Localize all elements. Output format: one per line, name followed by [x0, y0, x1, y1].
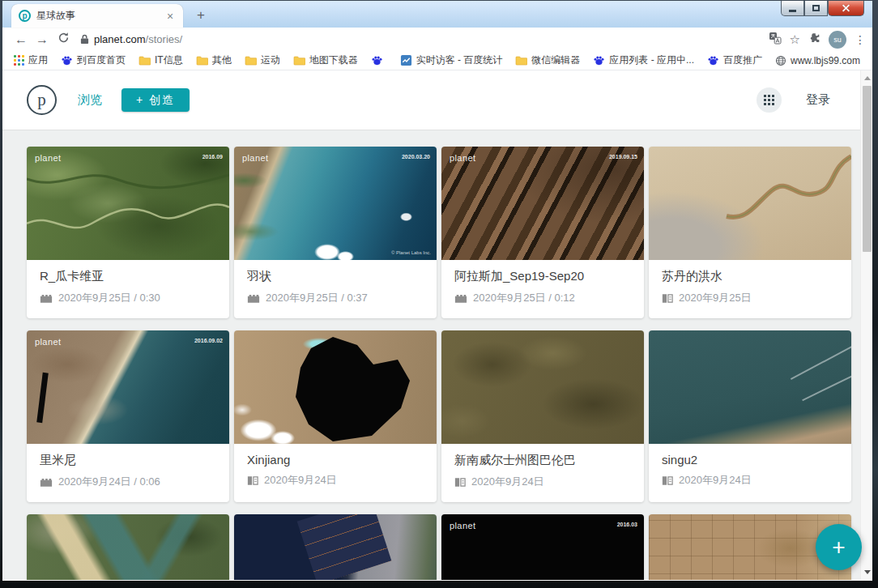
- back-icon[interactable]: ←: [11, 32, 32, 47]
- story-card[interactable]: 新南威尔士州图巴伦巴 2020年9月24日: [441, 330, 644, 502]
- story-thumbnail: [441, 330, 644, 444]
- image-date-overlay: 2019.09.15: [609, 154, 637, 160]
- story-thumbnail: planet 2016.09.02: [27, 330, 229, 444]
- planet-watermark: planet: [35, 337, 61, 347]
- forward-icon[interactable]: →: [32, 32, 53, 47]
- bookmark-star-icon[interactable]: ☆: [790, 32, 800, 47]
- story-card[interactable]: planet 2019.09.15 阿拉斯加_Sep19-Sep20 2020年…: [441, 147, 644, 318]
- story-caption: 苏丹的洪水 2020年9月25日: [649, 260, 851, 318]
- close-button[interactable]: [828, 1, 864, 16]
- story-card[interactable]: planet 2016.03: [441, 514, 644, 580]
- create-story-fab[interactable]: +: [816, 524, 862, 570]
- folder-icon: [293, 55, 305, 66]
- header-right: 登录: [757, 87, 830, 113]
- compare-icon: [662, 475, 673, 486]
- story-meta: 2020年9月25日: [662, 291, 838, 305]
- new-tab-button[interactable]: +: [191, 6, 211, 26]
- solar-farm-art: [297, 514, 392, 580]
- story-card[interactable]: planet 2016.09.02 里米尼 2020年9月24日 / 0:06: [27, 330, 229, 502]
- story-card[interactable]: planet 2016.09 R_瓜卡维亚 2020年9月25日 / 0:30: [27, 147, 229, 318]
- story-card[interactable]: 苏丹的洪水 2020年9月25日: [649, 147, 851, 318]
- image-date-overlay: 2016.03: [617, 522, 637, 527]
- story-card[interactable]: Xinjiang 2020年9月24日: [234, 330, 437, 502]
- story-caption: 里米尼 2020年9月24日 / 0:06: [27, 444, 229, 502]
- story-date: 2020年9月25日: [679, 291, 752, 305]
- scroll-up-arrow[interactable]: [861, 72, 872, 84]
- bookmarks-bar: 应用 到百度首页 IT信息 其他 运动 地图下载器 实时访客 - 百度统计: [2, 51, 872, 70]
- bookmark-label: 到百度首页: [77, 53, 126, 67]
- reload-icon[interactable]: [53, 32, 74, 47]
- page-header: p 浏览 + 创造 登录: [2, 70, 872, 130]
- compare-icon: [454, 477, 466, 488]
- bookmark-label: 微信编辑器: [531, 53, 580, 67]
- story-title: 阿拉斯加_Sep19-Sep20: [454, 269, 631, 284]
- scrollbar-thumb[interactable]: [863, 86, 872, 252]
- story-card[interactable]: singu2 2020年9月24日: [649, 330, 851, 502]
- maximize-button[interactable]: [804, 1, 828, 16]
- bookmark-baidu[interactable]: [366, 53, 392, 68]
- compare-icon: [247, 475, 258, 486]
- story-thumbnail: planet 2020.03.20 © Planet Labs Inc.: [234, 147, 437, 260]
- bookmark-baidu-promo[interactable]: 百度推广: [702, 52, 767, 69]
- bookmark-baidu-tongji[interactable]: 实时访客 - 百度统计: [395, 52, 508, 69]
- profile-avatar[interactable]: su: [829, 31, 846, 49]
- bookmark-folder-sport[interactable]: 运动: [240, 52, 285, 69]
- window-controls: [781, 1, 864, 16]
- apps-launcher-button[interactable]: [757, 87, 782, 113]
- url-host: planet.com: [94, 33, 146, 45]
- story-meta: 2020年9月25日 / 0:12: [454, 291, 631, 305]
- scroll-down-arrow[interactable]: [861, 566, 872, 578]
- story-date: 2020年9月24日: [471, 475, 544, 489]
- planet-logo[interactable]: p: [27, 85, 57, 115]
- story-card[interactable]: [234, 514, 437, 580]
- bookmark-folder-wechat-editor[interactable]: 微信编辑器: [510, 52, 585, 69]
- bookmark-app-list[interactable]: 应用列表 - 应用中...: [588, 52, 699, 69]
- browser-tab[interactable]: p 星球故事 ×: [11, 4, 183, 28]
- planet-watermark: planet: [35, 153, 61, 163]
- chrome-menu-icon[interactable]: ⋮: [855, 33, 866, 46]
- bookmark-baidu-home[interactable]: 到百度首页: [56, 52, 130, 69]
- story-card[interactable]: planet 2020.03.20 © Planet Labs Inc. 羽状 …: [234, 147, 437, 318]
- bookmark-label: 地图下载器: [309, 53, 358, 67]
- river-art: [27, 147, 229, 260]
- page-scrollbar[interactable]: [860, 70, 872, 580]
- login-link[interactable]: 登录: [806, 92, 830, 108]
- story-title: 新南威尔士州图巴伦巴: [454, 453, 631, 468]
- window-frame: p 星球故事 × + ← → planet.com/stories/ ☆: [0, 0, 878, 588]
- story-meta: 2020年9月24日 / 0:06: [40, 475, 216, 489]
- bookmark-gmail[interactable]: M Gmail: [868, 53, 872, 68]
- tab-close-icon[interactable]: ×: [164, 10, 177, 23]
- lock-icon[interactable]: [80, 34, 89, 45]
- nav-browse[interactable]: 浏览: [78, 92, 102, 108]
- stories-grid-area: planet 2016.09 R_瓜卡维亚 2020年9月25日 / 0:30: [2, 130, 872, 580]
- story-thumbnail: planet 2016.03: [441, 514, 644, 580]
- story-meta: 2020年9月25日 / 0:37: [247, 291, 424, 305]
- story-caption: 阿拉斯加_Sep19-Sep20 2020年9月25日 / 0:12: [441, 260, 644, 318]
- story-thumbnail: [649, 330, 851, 444]
- bookmark-folder-it[interactable]: IT信息: [134, 52, 188, 69]
- folder-icon: [196, 55, 208, 66]
- bookmark-lbjs99[interactable]: www.lbjs99.com: [770, 53, 865, 68]
- bookmark-folder-mapdownloader[interactable]: 地图下载器: [288, 52, 363, 69]
- minimize-button[interactable]: [781, 1, 804, 16]
- tab-title: 星球故事: [36, 9, 164, 23]
- bookmark-label: www.lbjs99.com: [791, 55, 860, 66]
- bookmark-folder-other[interactable]: 其他: [191, 52, 237, 69]
- story-thumbnail: planet 2016.09: [27, 147, 229, 260]
- story-caption: 新南威尔士州图巴伦巴 2020年9月24日: [441, 444, 644, 502]
- create-button[interactable]: + 创造: [121, 88, 190, 112]
- image-date-overlay: 2016.09.02: [194, 338, 223, 343]
- bookmark-label: 其他: [212, 53, 232, 67]
- bookmark-apps[interactable]: 应用: [9, 52, 53, 69]
- planet-watermark: planet: [450, 521, 475, 530]
- story-caption: singu2 2020年9月24日: [649, 444, 851, 501]
- planet-watermark: planet: [242, 153, 268, 163]
- story-title: 苏丹的洪水: [662, 269, 838, 284]
- story-card[interactable]: [27, 514, 229, 580]
- translate-icon[interactable]: [769, 32, 782, 48]
- address-bar[interactable]: planet.com/stories/: [79, 33, 762, 45]
- image-date-overlay: 2016.09: [202, 154, 223, 160]
- extensions-puzzle-icon[interactable]: [808, 32, 820, 47]
- attribution-overlay: © Planet Labs Inc.: [391, 250, 431, 255]
- story-title: singu2: [662, 453, 838, 467]
